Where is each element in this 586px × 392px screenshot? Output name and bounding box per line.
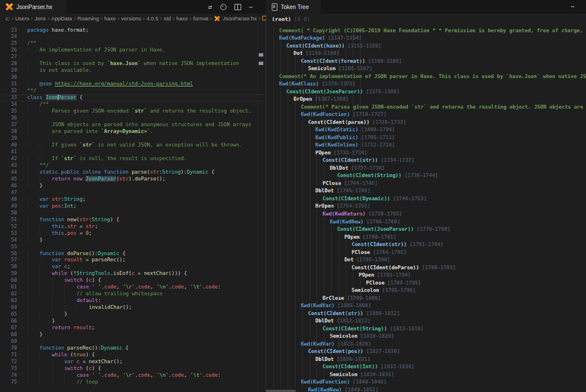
tab-token-tree[interactable]: Token Tree: [266, 0, 320, 14]
token-tree-row[interactable]: PClose[1794-1795]: [366, 279, 421, 287]
code-line[interactable]: 30: [0, 74, 258, 81]
code-line[interactable]: 67return result;: [0, 325, 258, 331]
token-tree-row[interactable]: Semicolon[1166-1167]: [308, 65, 372, 73]
code-line[interactable]: 62// allow trailing whitespace: [0, 291, 258, 298]
token-tree-row[interactable]: Kwd(KwdStatic)[1698-1704]: [315, 126, 395, 134]
code-line[interactable]: 28This class is used by `haxe.Json` when…: [0, 61, 258, 67]
breadcrumb-item[interactable]: Users: [15, 15, 29, 21]
token-tree-row[interactable]: Const(CIdent(str))[1809-1812]: [308, 310, 400, 318]
code-line[interactable]: 44static public inline function parse(st…: [0, 169, 258, 176]
code-line[interactable]: 38are parsed into `Array<Dynamic>`.: [0, 128, 258, 135]
code-line[interactable]: 37JSON objects are parsed into anonymous…: [0, 122, 258, 128]
code-line[interactable]: 39: [0, 135, 258, 142]
token-tree-row[interactable]: Const(CIdent(haxe))[1155-1159]: [286, 42, 382, 50]
code-line[interactable]: 70function parseRec():Dynamic {: [0, 345, 258, 352]
token-tree-row[interactable]: Kwd(KwdClass)[1370-1375]: [279, 80, 356, 88]
token-tree-row[interactable]: Semicolon[1795-1796]: [352, 287, 416, 295]
code-line[interactable]: 29is not available.: [0, 67, 258, 74]
breadcrumb-item[interactable]: Roaming: [78, 15, 99, 21]
token-tree-row[interactable]: Comment(* An implementation of JSON pars…: [279, 73, 586, 81]
breadcrumb-item[interactable]: format: [193, 15, 208, 21]
breadcrumb-item[interactable]: 4.0.5: [147, 15, 159, 21]
open-changes-icon[interactable]: ⇄: [208, 4, 212, 10]
token-tree-row[interactable]: Kwd(KwdFunction)[1840-1848]: [301, 378, 386, 386]
token-tree-row[interactable]: Kwd(KwdPackage)[1147-1154]: [279, 35, 362, 42]
overview-ruler-marker[interactable]: [259, 62, 263, 65]
code-line[interactable]: 72var c = nextChar();: [0, 359, 258, 365]
code-line[interactable]: 54}: [0, 237, 258, 244]
token-tree-row[interactable]: Const(CIdent(JsonParser))[1770-1780]: [337, 226, 450, 234]
code-line[interactable]: 43**/: [0, 162, 258, 169]
code-line[interactable]: 69: [0, 338, 258, 345]
token-tree-row[interactable]: Kwd(KwdFunction)[1719-1727]: [301, 111, 386, 119]
code-line[interactable]: 58var c;: [0, 264, 258, 270]
token-tree-row[interactable]: POpen[1793-1794]: [359, 272, 411, 279]
code-line[interactable]: 52this.str = str;: [0, 223, 258, 230]
target-icon[interactable]: [220, 4, 226, 10]
breadcrumb-item[interactable]: JsonParser.hx: [213, 15, 256, 22]
breadcrumb-item[interactable]: haxe: [176, 15, 188, 21]
token-tree-row[interactable]: Const(CIdent(format))[1160-1166]: [301, 58, 401, 66]
code-line[interactable]: 63default:: [0, 298, 258, 304]
code-line[interactable]: 66}: [0, 318, 258, 325]
breadcrumb-item[interactable]: std: [164, 15, 171, 21]
code-line[interactable]: 35Parses given JSON-encoded `str` and re…: [0, 108, 258, 115]
token-tree-row[interactable]: Semicolon[1834-1835]: [330, 371, 394, 379]
token-tree-row[interactable]: Kwd(KwdNew)[1766-1769]: [330, 218, 400, 226]
code-line[interactable]: 65}: [0, 311, 258, 318]
token-tree-row[interactable]: Const(CIdent(Int))[1831-1834]: [323, 363, 414, 371]
code-line[interactable]: 57var result = parseRec();: [0, 257, 258, 264]
code-line[interactable]: 73switch (c) {: [0, 365, 258, 372]
panel-more-actions-icon[interactable]: ⋯: [571, 3, 575, 10]
code-line[interactable]: 41: [0, 149, 258, 156]
token-tree-row[interactable]: POpen[1780-1781]: [344, 234, 396, 242]
code-line[interactable]: 68}: [0, 331, 258, 338]
breadcrumb-item[interactable]: versions: [121, 15, 141, 21]
breadcrumb-item[interactable]: Jens: [35, 15, 46, 21]
token-tree-row[interactable]: Const(CIdent(String))[1738-1744]: [337, 172, 438, 180]
code-line[interactable]: 32**/: [0, 88, 258, 94]
code-line[interactable]: 49var pos:Int;: [0, 203, 258, 210]
token-tree-row[interactable]: Const(CIdent(str))[1734-1737]: [323, 157, 414, 165]
token-tree-root[interactable]: (root)[0-0]: [272, 16, 310, 22]
split-editor-icon[interactable]: [234, 4, 241, 10]
code-editor[interactable]: 23package haxe.format;2425/**26An implem…: [0, 23, 266, 392]
code-line[interactable]: 42If `str` is null, the result is unspec…: [0, 156, 258, 162]
code-line[interactable]: 34/**: [0, 101, 258, 108]
code-line[interactable]: 24: [0, 33, 258, 40]
token-tree-row[interactable]: Semicolon[1819-1820]: [330, 333, 394, 341]
code-line[interactable]: 56function doParse():Dynamic {: [0, 251, 258, 257]
code-line[interactable]: 36: [0, 115, 258, 122]
code-line[interactable]: 45return new JsonParser(str).doParse();: [0, 176, 258, 183]
token-tree-row[interactable]: Dot[1785-1786]: [344, 256, 390, 264]
horizontal-scrollbar-thumb[interactable]: [266, 390, 296, 392]
breadcrumb-item[interactable]: haxe: [104, 15, 116, 21]
code-line[interactable]: 50: [0, 210, 258, 217]
code-line[interactable]: 46}: [0, 183, 258, 189]
token-tree-row[interactable]: POpen[1733-1734]: [315, 149, 367, 157]
token-tree-row[interactable]: Comment( * Copyright (C)2005-2019 Haxe F…: [279, 27, 586, 35]
code-line[interactable]: 60switch (c) {: [0, 277, 258, 284]
token-tree-row[interactable]: Kwd(KwdReturn)[1759-1765]: [323, 210, 402, 218]
token-tree-row[interactable]: Const(CIdent(JsonParser))[1376-1386]: [286, 88, 400, 96]
token-tree-row[interactable]: Kwd(KwdInline)[1712-1718]: [315, 141, 395, 149]
code-line[interactable]: 25/**: [0, 40, 258, 47]
code-line[interactable]: 26An implementation of JSON parser in Ha…: [0, 47, 258, 54]
token-tree-row[interactable]: Const(CIdent(doParse))[1786-1793]: [352, 264, 456, 272]
code-line[interactable]: 31@see https://haxe.org/manual/std-Json-…: [0, 81, 258, 88]
token-tree-row[interactable]: Const(CIdent(str))[1781-1784]: [352, 241, 443, 249]
code-line[interactable]: 53this.pos = 0;: [0, 230, 258, 237]
tab-jsonparser[interactable]: JsonParser.hx: [0, 0, 67, 14]
code-line[interactable]: 48var str:String;: [0, 196, 258, 203]
token-tree-row[interactable]: Const(CIdent(pos))[1827-1830]: [308, 348, 400, 356]
code-line[interactable]: 74case ' '.code, '\r'.code, '\n'.code, '…: [0, 372, 258, 379]
code-line[interactable]: 64invalidChar();: [0, 304, 258, 311]
code-line[interactable]: 47: [0, 189, 258, 196]
code-line[interactable]: 59while (!StringTools.isEof(c = nextChar…: [0, 270, 258, 277]
code-line[interactable]: 40If given `str` is not valid JSON, an e…: [0, 142, 258, 149]
code-line[interactable]: 61case ' '.code, '\r'.code, '\n'.code, '…: [0, 284, 258, 291]
more-actions-icon[interactable]: ⋯: [249, 4, 253, 10]
code-line[interactable]: 33class JsonParser {: [0, 94, 258, 101]
token-tree-row[interactable]: Comment(* Parses given JSON-encoded `str…: [301, 104, 586, 111]
code-line[interactable]: 51function new(str:String) {: [0, 217, 258, 223]
